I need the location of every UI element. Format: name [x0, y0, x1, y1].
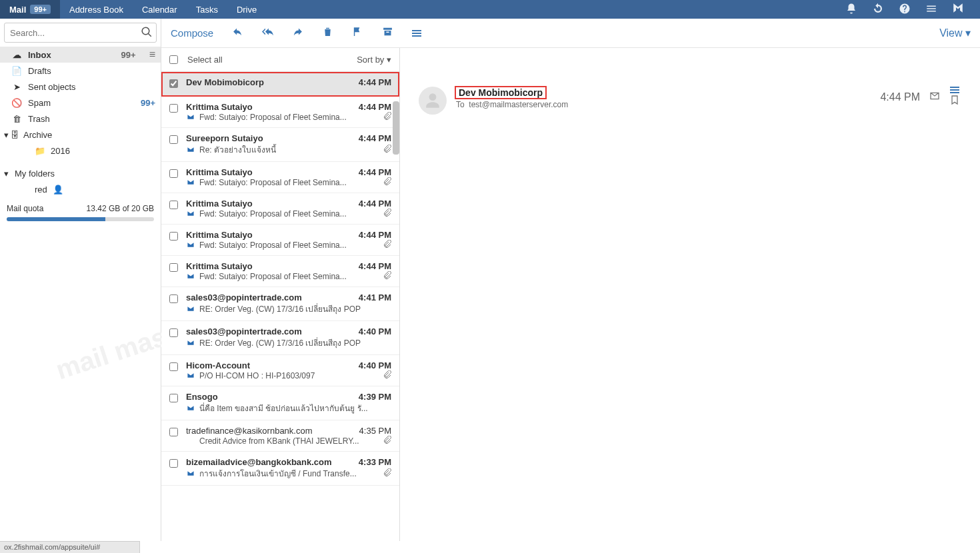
sort-menu[interactable]: Sort by ▾ — [357, 55, 391, 65]
envelope-icon — [186, 179, 195, 186]
message-item[interactable]: sales03@popintertrade.com4:40 PMRE: Orde… — [161, 321, 399, 355]
folder-archive[interactable]: ▾ 🗄 Archive — [0, 127, 161, 143]
tab-tasks[interactable]: Tasks — [187, 0, 227, 19]
folder-sent[interactable]: ➤ Sent objects — [0, 79, 161, 95]
message-menu-icon[interactable] — [950, 87, 959, 93]
message-checkbox[interactable] — [169, 294, 178, 303]
inbox-icon: ☁ — [9, 50, 24, 60]
message-subject: Credit Advice from KBank (THAI JEWELRY..… — [199, 436, 379, 446]
folder-drafts[interactable]: 📄 Drafts — [0, 63, 161, 79]
message-subject: RE: Order Veg. (CW) 17/3/16 เปลี่ยนสีถุง… — [199, 336, 391, 349]
message-item[interactable]: Krittima Sutaiyo4:44 PMFwd: Sutaiyo: Pro… — [161, 193, 399, 225]
message-checkbox[interactable] — [169, 428, 178, 436]
message-subject: การแจ้งการโอนเงินเข้าบัญชี / Fund Transf… — [199, 467, 379, 480]
message-checkbox[interactable] — [169, 263, 178, 272]
message-checkbox[interactable] — [169, 104, 178, 113]
message-from: tradefinance@kasikornbank.com — [186, 426, 313, 436]
message-checkbox[interactable] — [169, 169, 178, 178]
message-checkbox[interactable] — [169, 135, 178, 144]
folder-trash-label: Trash — [24, 114, 155, 124]
folder-icon: 📁 — [35, 146, 45, 156]
chevron-down-icon[interactable]: ▾ — [1, 169, 11, 179]
chevron-down-icon[interactable]: ▾ — [1, 130, 11, 140]
unread-icon[interactable] — [929, 91, 940, 104]
message-checkbox[interactable] — [169, 459, 178, 468]
tab-addressbook[interactable]: Address Book — [60, 0, 133, 19]
folder-options-icon[interactable]: ≡ — [149, 49, 155, 61]
flag-icon[interactable] — [352, 26, 363, 40]
message-checkbox[interactable] — [169, 394, 178, 402]
message-item[interactable]: Krittima Sutaiyo4:44 PMFwd: Sutaiyo: Pro… — [161, 97, 399, 128]
message-time: 4:33 PM — [353, 457, 391, 467]
message-from: Krittima Sutaiyo — [186, 102, 253, 112]
tab-calendar[interactable]: Calendar — [133, 0, 187, 19]
tab-drive[interactable]: Drive — [227, 0, 266, 19]
envelope-icon — [186, 113, 195, 121]
message-time: 4:44 PM — [353, 167, 391, 177]
list-header: Select all Sort by ▾ — [161, 48, 399, 72]
compose-button[interactable]: Compose — [171, 27, 213, 39]
preview-to: To test@mailmasterserver.com — [456, 100, 568, 109]
message-from: sales03@popintertrade.com — [186, 326, 302, 336]
search-input[interactable] — [4, 23, 157, 43]
reply-all-icon[interactable] — [262, 26, 273, 40]
attachment-icon — [383, 271, 391, 281]
message-subject: Fwd: Sutaiyo: Proposal of Fleet Semina..… — [199, 113, 379, 122]
message-list[interactable]: Dev Mobimobicorp4:44 PMKrittima Sutaiyo4… — [161, 72, 399, 541]
message-item[interactable]: Krittima Sutaiyo4:44 PMFwd: Sutaiyo: Pro… — [161, 162, 399, 193]
archive-action-icon[interactable] — [382, 26, 393, 40]
message-item[interactable]: Dev Mobimobicorp4:44 PM — [161, 72, 399, 97]
message-item[interactable]: Sureeporn Sutaiyo4:44 PMRe: ตัวอย่างใบแจ… — [161, 128, 399, 162]
message-item[interactable]: Ensogo4:39 PMนี่คือ Item ของสามี ช้อปก่อ… — [161, 386, 399, 420]
envelope-icon — [186, 146, 195, 153]
message-time: 4:44 PM — [353, 261, 391, 271]
bell-icon[interactable] — [845, 3, 857, 17]
message-item[interactable]: tradefinance@kasikornbank.com4:35 PMCred… — [161, 420, 399, 452]
message-checkbox[interactable] — [169, 201, 178, 209]
message-checkbox[interactable] — [169, 328, 178, 337]
help-icon[interactable] — [899, 3, 911, 17]
envelope-icon — [186, 470, 195, 477]
message-checkbox[interactable] — [169, 232, 178, 241]
forward-icon[interactable] — [292, 26, 303, 40]
reply-icon[interactable] — [232, 26, 243, 40]
folder-archive-label: Archive — [19, 130, 52, 140]
attachment-icon — [383, 240, 391, 250]
message-item[interactable]: Hicom-Account4:40 PMP/O HI-COM HO : HI-P… — [161, 355, 399, 386]
preview-to-address[interactable]: test@mailmasterserver.com — [469, 100, 568, 109]
message-checkbox[interactable] — [169, 79, 178, 88]
top-icons — [845, 0, 980, 19]
mail-toolbar: Compose View ▾ — [161, 19, 980, 48]
folder-inbox-label: Inbox — [24, 50, 121, 60]
message-from: Hicom-Account — [186, 360, 250, 370]
message-subject: Fwd: Sutaiyo: Proposal of Fleet Semina..… — [199, 272, 379, 281]
delete-icon[interactable] — [322, 26, 333, 40]
folder-myfolders[interactable]: ▾ My folders — [0, 165, 161, 181]
folder-trash[interactable]: 🗑 Trash — [0, 111, 161, 127]
more-icon[interactable] — [412, 30, 421, 37]
bookmark-icon[interactable] — [949, 95, 960, 108]
message-item[interactable]: Krittima Sutaiyo4:44 PMFwd: Sutaiyo: Pro… — [161, 256, 399, 287]
file-icon: 📄 — [9, 66, 24, 76]
select-all-label: Select all — [187, 55, 223, 65]
message-item[interactable]: bizemailadvice@bangkokbank.com4:33 PMการ… — [161, 452, 399, 486]
view-menu[interactable]: View ▾ — [939, 27, 971, 39]
folder-sent-label: Sent objects — [24, 82, 155, 92]
preview-from[interactable]: Dev Mobimobicorp — [456, 87, 545, 98]
select-all-checkbox[interactable] — [169, 55, 178, 64]
folder-drafts-label: Drafts — [24, 66, 155, 76]
attachment-icon — [383, 436, 391, 446]
message-item[interactable]: sales03@popintertrade.com4:41 PMRE: Orde… — [161, 287, 399, 321]
folder-red[interactable]: red 👤 — [0, 181, 161, 197]
tab-mail[interactable]: Mail 99+ — [0, 0, 60, 19]
search-icon[interactable] — [141, 26, 153, 41]
refresh-icon[interactable] — [872, 3, 884, 17]
folder-inbox[interactable]: ☁ Inbox 99+ ≡ — [0, 47, 161, 63]
message-checkbox[interactable] — [169, 362, 178, 371]
folder-spam[interactable]: 🚫 Spam 99+ — [0, 95, 161, 111]
scrollbar[interactable] — [393, 101, 399, 155]
folder-archive-2016[interactable]: 📁 2016 — [0, 143, 161, 159]
message-subject: RE: Order Veg. (CW) 17/3/16 เปลี่ยนสีถุง… — [199, 302, 391, 315]
menu-icon[interactable] — [925, 3, 937, 17]
message-item[interactable]: Krittima Sutaiyo4:44 PMFwd: Sutaiyo: Pro… — [161, 225, 399, 256]
